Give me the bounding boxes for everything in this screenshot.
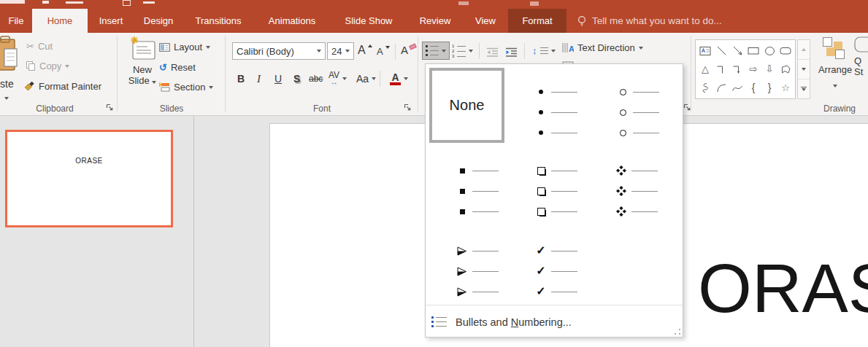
font-dialog-launcher[interactable] xyxy=(404,104,412,112)
tell-me-box[interactable]: Tell me what you want to do... xyxy=(577,9,722,33)
grow-font-arrow xyxy=(368,44,372,47)
layout-icon xyxy=(159,43,170,52)
new-slide-button[interactable]: New Slide xyxy=(123,36,162,86)
bullets-numbering-icon xyxy=(431,316,447,327)
shape-triangle[interactable]: △ xyxy=(697,60,713,78)
slide-thumbnail[interactable]: ORASE xyxy=(5,130,173,227)
layout-button[interactable]: Layout xyxy=(159,42,210,52)
shrink-font-label: A xyxy=(377,46,383,57)
bullet-option-checkmark[interactable]: ✓ ✓ ✓ xyxy=(534,241,614,302)
tab-file[interactable]: File xyxy=(0,9,32,33)
line-spacing-caret[interactable] xyxy=(551,50,556,52)
clear-formatting-button[interactable]: A xyxy=(401,44,418,56)
slide-title-text[interactable]: ORASE xyxy=(698,254,868,323)
bullet-option-none[interactable]: None xyxy=(429,68,504,143)
tab-insert[interactable]: Insert xyxy=(88,9,134,33)
bullet-option-hollow-round[interactable] xyxy=(615,82,696,143)
title-bar xyxy=(0,0,868,9)
ribbon-tab-bar: File Home Insert Design Transitions Anim… xyxy=(0,9,868,33)
contextual-header-fragment xyxy=(530,1,539,6)
reset-button[interactable]: ↺ Reset xyxy=(159,62,196,73)
font-color-button[interactable]: A xyxy=(390,69,408,88)
change-case-button[interactable]: Aa xyxy=(356,69,376,88)
tab-slide-show[interactable]: Slide Show xyxy=(330,9,407,33)
text-direction-caret xyxy=(639,47,643,50)
text-shadow-button[interactable]: S xyxy=(293,69,300,88)
text-direction-button[interactable]: A Text Direction xyxy=(561,42,643,54)
cut-button[interactable]: ✂ Cut xyxy=(26,41,53,52)
copy-dropdown-caret xyxy=(65,65,69,68)
decrease-indent-button[interactable] xyxy=(483,44,502,61)
font-name-combobox[interactable]: Calibri (Body) xyxy=(232,42,326,60)
tab-format[interactable]: Format xyxy=(508,9,566,33)
new-slide-label-1: New xyxy=(133,64,152,75)
shapes-gallery: △ ⇨ ⇩ xyxy=(695,39,796,99)
shape-down-arrow[interactable]: ⇩ xyxy=(761,60,777,78)
font-size-combobox[interactable]: 24 xyxy=(327,42,354,60)
shape-right-brace[interactable]: } xyxy=(761,79,777,97)
tab-home[interactable]: Home xyxy=(32,9,88,33)
shape-line[interactable] xyxy=(713,42,729,60)
bullet-option-hollow-square[interactable] xyxy=(534,160,614,222)
tab-transitions[interactable]: Transitions xyxy=(183,9,254,33)
paste-icon[interactable] xyxy=(0,36,19,75)
shape-elbow-arrow-connector[interactable] xyxy=(729,60,745,78)
tab-animations[interactable]: Animations xyxy=(254,9,330,33)
shape-arrow[interactable] xyxy=(729,42,745,60)
bullet-option-filled-square[interactable] xyxy=(455,160,535,222)
clipboard-dialog-launcher[interactable] xyxy=(106,104,114,112)
shape-elbow-connector[interactable] xyxy=(713,60,729,78)
numbering-button[interactable]: 1 2 3 xyxy=(449,42,476,61)
strikethrough-button[interactable]: abc xyxy=(309,69,323,88)
bullets-button[interactable] xyxy=(422,42,450,60)
underline-button[interactable]: U xyxy=(274,69,282,88)
decrease-indent-icon xyxy=(486,47,499,58)
numbering-caret[interactable] xyxy=(469,50,473,52)
shape-arc[interactable] xyxy=(713,79,729,97)
italic-button[interactable]: I xyxy=(257,69,261,88)
bold-button[interactable]: B xyxy=(237,69,245,88)
copy-button[interactable]: Copy xyxy=(26,61,69,71)
paste-button[interactable]: ste xyxy=(0,78,14,90)
quick-styles-button[interactable]: Q St xyxy=(854,36,868,77)
shape-right-arrow[interactable]: ⇨ xyxy=(745,60,761,78)
gallery-more-button[interactable] xyxy=(798,79,810,98)
shape-scribble[interactable] xyxy=(697,79,713,97)
menu-resize-grip[interactable] xyxy=(675,329,680,335)
format-painter-button[interactable]: Format Painter xyxy=(24,81,101,92)
arrange-button[interactable]: Arrange xyxy=(816,36,854,90)
text-direction-icon: A xyxy=(561,42,574,54)
increase-indent-button[interactable] xyxy=(502,44,521,61)
shape-curve[interactable] xyxy=(729,79,745,97)
line-spacing-button[interactable]: ↕ xyxy=(529,42,558,59)
line-spacing-lines xyxy=(540,47,548,54)
tab-review[interactable]: Review xyxy=(407,9,463,33)
svg-text:A: A xyxy=(569,44,574,53)
shape-text-box[interactable] xyxy=(697,42,713,60)
character-spacing-button[interactable]: AV ↔ xyxy=(329,69,347,88)
shape-left-brace[interactable]: { xyxy=(745,79,761,97)
layout-label: Layout xyxy=(174,42,202,52)
gallery-scroll-down[interactable] xyxy=(798,60,810,79)
shape-freeform[interactable] xyxy=(777,60,794,78)
tab-label: Animations xyxy=(269,15,315,26)
clipboard-group: ste ✂ Cut Copy Format Painter xyxy=(0,33,117,115)
bullet-option-filled-round[interactable] xyxy=(534,82,614,143)
tab-view[interactable]: View xyxy=(463,9,508,33)
grow-font-button[interactable]: A xyxy=(358,44,374,57)
shrink-font-button[interactable]: A xyxy=(377,46,391,57)
shape-rounded-rectangle[interactable] xyxy=(777,42,794,60)
shape-oval[interactable] xyxy=(761,42,777,60)
gallery-scroll-up[interactable] xyxy=(798,40,810,60)
bullets-caret[interactable] xyxy=(442,50,446,52)
cut-label: Cut xyxy=(38,41,53,52)
section-button[interactable]: Section xyxy=(159,82,213,93)
tab-design[interactable]: Design xyxy=(134,9,183,33)
footer-accelerator: N xyxy=(511,316,518,328)
shape-rectangle[interactable] xyxy=(745,42,761,60)
shape-star[interactable]: ☆ xyxy=(777,79,794,97)
bullet-option-arrow[interactable] xyxy=(455,241,535,302)
paste-dropdown-caret[interactable] xyxy=(4,97,9,100)
bullets-and-numbering-menu-item[interactable]: Bullets and Numbering... xyxy=(426,305,683,338)
bullet-option-star[interactable] xyxy=(614,160,694,222)
